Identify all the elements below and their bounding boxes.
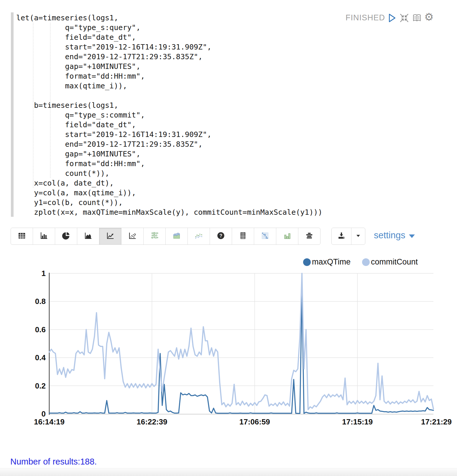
toolbar-button-multi-line[interactable] (188, 228, 210, 244)
line-chart: 00.20.40.60.8116:14:1916:22:3917:06:5917… (0, 262, 457, 433)
code-editor[interactable]: let(a=timeseries(logs1, q="type_s:query"… (16, 13, 323, 217)
toolbar-button-help[interactable]: ? (210, 228, 232, 244)
results-count-text: Number of results:188. (10, 457, 97, 467)
paragraph-left-bar (11, 12, 14, 217)
caret-down-icon (354, 231, 363, 241)
y-tick-label: 0.4 (35, 353, 46, 362)
svg-text:?: ? (219, 233, 222, 238)
line-chart-icon (106, 231, 115, 241)
toolbar-button-bubble-matrix[interactable] (143, 228, 165, 244)
y-tick-label: 0.8 (35, 297, 46, 306)
toolbar-button-scatter-plot[interactable] (121, 228, 143, 244)
toolbar-button-heatmap[interactable] (254, 228, 276, 244)
caret-down-icon (409, 234, 415, 238)
gear-icon: ⚙ (424, 11, 434, 23)
toolbar-button-line-chart[interactable] (99, 228, 121, 244)
run-button[interactable] (387, 13, 397, 23)
y-tick-label: 0 (42, 409, 46, 418)
settings-label: settings (374, 230, 405, 241)
toolbar-button-pivot-table[interactable] (232, 228, 254, 244)
table-icon (17, 231, 26, 241)
settings-link[interactable]: settings (374, 230, 415, 241)
docs-button[interactable] (412, 13, 422, 23)
bubble-matrix-icon (150, 231, 159, 241)
stacked-area-icon (172, 231, 181, 241)
x-tick-label: 17:15:19 (342, 417, 373, 426)
scatter-plot-icon (128, 231, 137, 241)
toolbar-button-row-bars[interactable] (298, 228, 320, 244)
heatmap-icon (261, 231, 269, 241)
play-icon (387, 19, 397, 24)
x-tick-label: 17:21:29 (421, 417, 452, 426)
pivot-table-icon (239, 231, 247, 241)
settings-gear-button[interactable]: ⚙ (424, 11, 434, 21)
toolbar-button-column-bars[interactable] (276, 228, 298, 244)
download-options-button[interactable] (351, 228, 365, 244)
y-tick-label: 0.2 (35, 381, 46, 390)
toolbar-button-pie-chart[interactable] (55, 228, 77, 244)
next-paragraph-edge (0, 468, 457, 476)
area-chart-icon (84, 231, 93, 241)
commitcount-line (49, 273, 433, 410)
row-bars-icon (305, 231, 314, 241)
download-icon (337, 231, 346, 241)
help-icon: ? (216, 231, 225, 241)
collapse-icon (399, 19, 409, 24)
collapse-button[interactable] (399, 13, 409, 23)
toolbar-button-area-chart[interactable] (77, 228, 99, 244)
toolbar-button-stacked-area[interactable] (165, 228, 188, 244)
y-tick-label: 0.6 (35, 325, 46, 334)
toolbar-button-table[interactable] (11, 228, 33, 244)
book-icon (412, 19, 422, 24)
zeppelin-paragraph: let(a=timeseries(logs1, q="type_s:query"… (0, 0, 457, 476)
column-bars-icon (283, 231, 292, 241)
status-badge: FINISHED (346, 13, 385, 22)
x-tick-label: 16:22:39 (137, 417, 167, 426)
x-tick-label: 17:06:59 (239, 417, 270, 426)
download-button-group (331, 228, 365, 245)
multi-line-icon (194, 231, 203, 241)
chart-type-toolbar: ? (11, 228, 320, 245)
x-tick-label: 16:14:19 (34, 417, 65, 426)
bar-chart-icon (40, 231, 48, 241)
download-button[interactable] (332, 228, 351, 244)
pie-chart-icon (62, 231, 70, 241)
toolbar-button-bar-chart[interactable] (33, 228, 55, 244)
y-tick-label: 1 (42, 269, 46, 278)
